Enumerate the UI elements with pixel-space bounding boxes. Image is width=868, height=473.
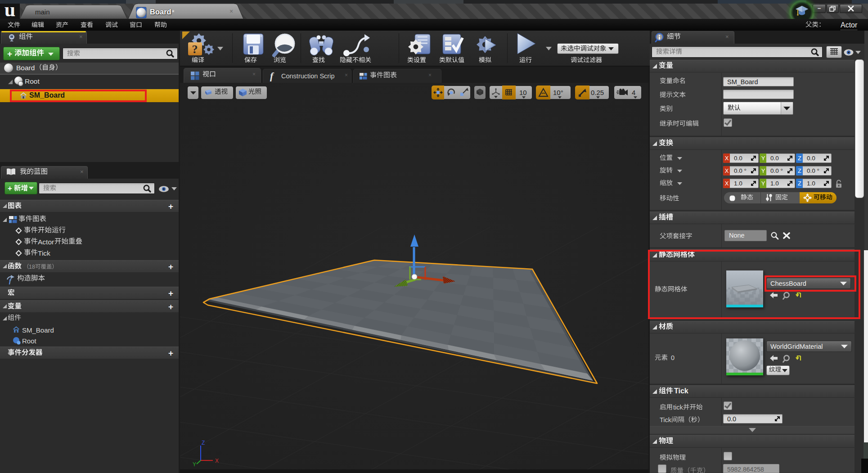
- svg-text:Y: Y: [193, 461, 196, 468]
- svg-text:?: ?: [192, 43, 198, 56]
- svg-text:f: f: [9, 277, 12, 284]
- svg-text:X: X: [215, 458, 219, 464]
- svg-text:Z: Z: [202, 440, 205, 446]
